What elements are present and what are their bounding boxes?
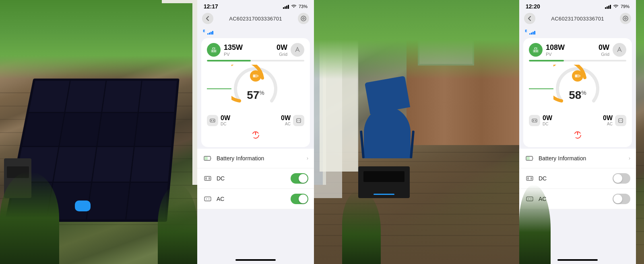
ac-section-left: 0W AC: [281, 115, 304, 126]
pv-grid-row-right: 108W PV 0W Grid: [529, 43, 626, 57]
svg-rect-12: [297, 119, 301, 123]
back-button-left[interactable]: [202, 13, 213, 24]
battery-status-right: 79%: [621, 4, 630, 9]
svg-rect-4: [214, 50, 216, 52]
wifi-right: [613, 4, 619, 9]
signal-bar-r3: [608, 6, 609, 9]
ac-watts-left: 0W: [281, 115, 291, 122]
signal-mini-right: [529, 30, 535, 35]
battery-center-icon-left: [250, 70, 261, 82]
pv-label-left: PV: [224, 52, 243, 57]
header-left: AC602317003336701: [197, 11, 314, 27]
header-title-right: AC602317003336701: [551, 16, 604, 22]
svg-rect-10: [211, 120, 212, 121]
battery-info-icon-left: [203, 153, 213, 163]
chevron-icon-right: ›: [629, 156, 630, 161]
svg-rect-18: [211, 158, 211, 159]
svg-point-1: [303, 18, 304, 19]
ac-toggle-knob-left: [299, 194, 308, 203]
dc-info-right: 0W DC: [543, 115, 552, 126]
svg-rect-7: [253, 75, 255, 77]
ac-toggle-switch-right[interactable]: [613, 194, 630, 204]
grid-section-right: 0W Grid: [599, 43, 626, 57]
svg-rect-42: [526, 157, 530, 160]
ac-toggle-knob-right: [613, 194, 622, 203]
signal-bar-2: [285, 6, 286, 9]
svg-point-0: [301, 16, 306, 21]
pv-bar-right: [529, 60, 626, 61]
dc-toggle-left-content: DC: [203, 174, 225, 183]
dc-label-left: DC: [221, 122, 230, 126]
signal-bar-r2: [607, 6, 608, 9]
dc-watts-right: 0W: [543, 115, 552, 122]
dc-watts-left: 0W: [221, 115, 230, 122]
mini-bar-r4: [534, 31, 535, 35]
pv-watts-left: 135W: [224, 43, 243, 52]
pv-section-right: 108W PV: [529, 43, 565, 57]
pv-bar-fill-left: [207, 60, 251, 61]
battery-info-item-left[interactable]: Battery Information ›: [197, 149, 314, 168]
dc-toggle-knob-right: [613, 174, 622, 183]
signal-bar-1: [283, 7, 284, 9]
svg-point-23: [206, 199, 207, 200]
dc-section-left: 0W DC: [207, 115, 230, 126]
svg-point-24: [208, 199, 210, 200]
dc-ac-row-left: 0W DC 0W AC: [207, 115, 304, 126]
mini-bar-r1: [529, 33, 530, 35]
svg-point-38: [619, 120, 620, 121]
dc-toggle-switch-right[interactable]: [613, 173, 630, 184]
power-button-left[interactable]: [250, 129, 261, 141]
svg-rect-43: [533, 158, 533, 159]
mini-bar-3: [211, 32, 212, 35]
dc-label-right: DC: [543, 122, 552, 126]
home-bar-line-right: [557, 259, 598, 261]
ac-toggle-icon-left: [203, 194, 213, 204]
bluetooth-icon-right: ᴱ: [525, 29, 527, 35]
left-photo: [0, 0, 197, 264]
dc-toggle-item-left[interactable]: DC: [197, 168, 314, 189]
signal-bar-3: [286, 6, 287, 9]
svg-rect-21: [208, 177, 210, 180]
battery-gauge-right: 58%: [529, 65, 626, 113]
dc-section-right: 0W DC: [529, 115, 552, 126]
pv-bar-fill-right: [529, 60, 564, 61]
pv-section-left: 135W PV: [207, 43, 243, 57]
settings-button-right[interactable]: [620, 13, 631, 24]
svg-rect-33: [580, 75, 580, 77]
battery-info-item-right[interactable]: Battery Information ›: [519, 149, 636, 168]
power-button-right[interactable]: [572, 129, 583, 141]
dc-info-left: 0W DC: [221, 115, 230, 126]
svg-rect-29: [536, 50, 538, 52]
pv-icon-left: [207, 43, 221, 57]
signal-bar-4: [288, 5, 289, 9]
ac-toggle-switch-left[interactable]: [291, 194, 308, 204]
power-btn-row-left: [207, 129, 304, 141]
battery-status-left: 73%: [299, 4, 308, 9]
settings-button-left[interactable]: [298, 13, 309, 24]
back-button-right[interactable]: [524, 13, 535, 24]
pv-watts-right: 108W: [546, 43, 565, 52]
main-card-left: 135W PV 0W Grid: [201, 38, 310, 147]
mini-bar-1: [207, 33, 208, 35]
ac-toggle-item-left[interactable]: AC: [197, 189, 314, 209]
dc-toggle-switch-left[interactable]: [291, 173, 308, 184]
signal-mini-left: [207, 30, 213, 35]
dc-toggle-right-content: DC: [525, 174, 547, 183]
ac-info-right: 0W AC: [603, 115, 613, 126]
svg-rect-22: [204, 197, 211, 201]
svg-rect-32: [575, 75, 577, 77]
grid-watts-left: 0W: [277, 43, 287, 52]
svg-rect-35: [533, 120, 534, 121]
svg-point-14: [299, 120, 300, 121]
svg-rect-20: [205, 177, 207, 180]
ac-section-right: 0W AC: [603, 115, 626, 126]
dc-toggle-label-left: DC: [217, 175, 225, 182]
grid-label-left: Grid: [279, 52, 287, 57]
battery-info-label-left: Battery Information: [217, 155, 264, 162]
svg-point-25: [623, 16, 628, 21]
pv-line-left: [207, 88, 231, 89]
svg-point-13: [297, 120, 298, 121]
signal-left: [283, 4, 289, 9]
dc-ac-row-right: 0W DC 0W AC: [529, 115, 626, 126]
phone-left: 12:17 73% AC6023170033: [197, 0, 314, 264]
